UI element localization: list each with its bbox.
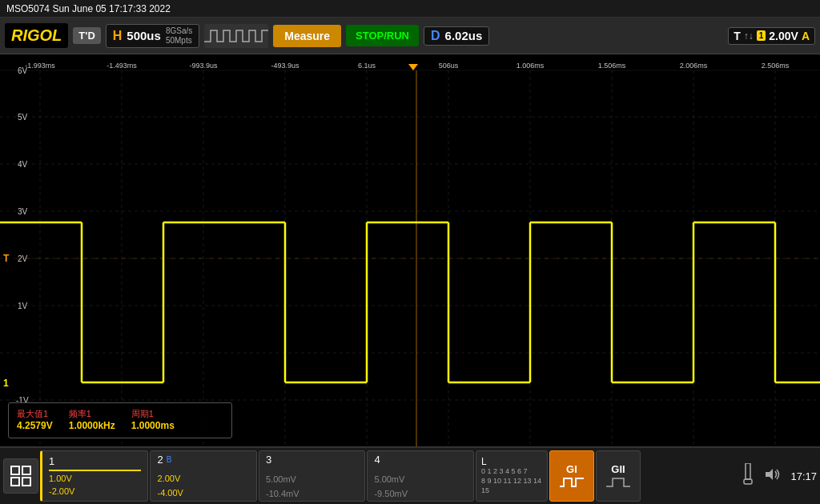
status-bar: MSO5074 Sun June 05 17:17:33 2022 <box>0 0 820 18</box>
arrows-icon: ↑↓ <box>744 30 754 42</box>
usb-icon <box>736 463 760 490</box>
gi-label: GI <box>566 463 577 475</box>
timebase-value: 500us <box>127 29 161 42</box>
ch3-value1: 5.00mV <box>266 474 296 484</box>
svg-text:5V: 5V <box>18 113 28 122</box>
l-label: L <box>481 456 487 467</box>
gi-waveform-icon <box>560 475 584 490</box>
channel-4-button[interactable]: 4 5.00mV -9.50mV <box>367 450 473 502</box>
delay-section[interactable]: D 6.02us <box>424 26 489 46</box>
svg-text:6.1us: 6.1us <box>358 62 376 70</box>
svg-rect-63 <box>22 466 30 474</box>
ch1-value1: 1.00V <box>49 474 72 483</box>
ch4-value2: -9.50mV <box>374 489 408 498</box>
svg-text:T: T <box>3 253 10 264</box>
volume-icon <box>762 467 786 485</box>
rigol-logo: RIGOL <box>5 23 68 48</box>
h-label: H <box>113 29 123 43</box>
datetime-label: Sun June 05 17:17:33 2022 <box>52 3 170 14</box>
ch1-indicator: 1 <box>757 30 766 41</box>
time-display: 17:17 <box>790 470 817 482</box>
grid-icon <box>10 465 32 487</box>
ch2-value2: -4.00V <box>157 488 183 498</box>
svg-text:1.506ms: 1.506ms <box>598 62 626 70</box>
svg-text:-1.493ms: -1.493ms <box>107 62 137 70</box>
svg-text:506us: 506us <box>439 62 459 70</box>
channel-1-button[interactable]: 1 1.00V -2.00V <box>40 450 148 502</box>
svg-rect-62 <box>11 466 19 474</box>
svg-text:-993.9us: -993.9us <box>189 62 218 70</box>
svg-text:2V: 2V <box>18 254 28 263</box>
ch3-number: 3 <box>266 454 271 466</box>
oscilloscope-display: T 1 6V 5V 4V 3V 2V 1V -1V -1.993ms -1.49… <box>0 54 820 446</box>
svg-text:-1.993ms: -1.993ms <box>25 62 55 70</box>
svg-text:2.506ms: 2.506ms <box>762 62 790 70</box>
measure-item-max: 最大值1 4.2579V <box>17 408 53 431</box>
measure-button[interactable]: Measure <box>273 25 341 47</box>
ch-a-label: A <box>802 30 810 42</box>
speaker-icon <box>765 467 782 482</box>
svg-text:1.006ms: 1.006ms <box>517 62 545 70</box>
measure-value-max: 4.2579V <box>17 420 53 431</box>
ch2-value1: 2.00V <box>157 474 180 483</box>
measure-label-period: 周期1 <box>131 408 175 420</box>
ch1-number: 1 <box>49 455 54 467</box>
measurement-row: 最大值1 4.2579V 频率1 1.0000kHz 周期1 1.0000ms <box>17 408 223 431</box>
ch2-number: 2 <box>157 454 163 466</box>
ch1-line-indicator <box>49 470 141 471</box>
svg-rect-67 <box>744 479 752 484</box>
stop-run-button[interactable]: STOP/RUN <box>346 25 419 46</box>
ch1-value2: -2.00V <box>49 486 74 496</box>
measure-value-freq: 1.0000kHz <box>69 420 115 431</box>
usb-connector-icon <box>741 463 755 486</box>
t-label: T <box>734 30 741 42</box>
waveform-svg: T 1 6V 5V 4V 3V 2V 1V -1V -1.993ms -1.49… <box>0 54 820 446</box>
logic-button[interactable]: L 0 1 2 3 4 5 6 7 8 9 10 11 12 13 14 15 <box>476 450 548 502</box>
l-numbers: 0 1 2 3 4 5 6 7 8 9 10 11 12 13 14 15 <box>481 467 542 495</box>
gii-button[interactable]: GII <box>596 450 641 502</box>
measure-label-max: 最大值1 <box>17 408 53 420</box>
d-label: D <box>431 29 440 43</box>
ch4-value1: 5.00mV <box>374 474 404 484</box>
svg-text:2.006ms: 2.006ms <box>680 62 708 70</box>
td-badge: T'D <box>73 27 100 44</box>
svg-text:1: 1 <box>3 378 9 389</box>
svg-text:3V: 3V <box>18 207 28 216</box>
measurement-panel: 最大值1 4.2579V 频率1 1.0000kHz 周期1 1.0000ms <box>8 402 232 438</box>
svg-marker-68 <box>766 469 773 480</box>
measure-label-freq: 频率1 <box>69 408 115 420</box>
gi-button[interactable]: GI <box>549 450 594 502</box>
measure-item-freq: 频率1 1.0000kHz <box>69 408 115 431</box>
svg-rect-65 <box>22 478 30 486</box>
svg-text:4V: 4V <box>18 160 28 169</box>
svg-rect-64 <box>11 478 19 486</box>
ch2-b-label: B <box>167 455 172 464</box>
delay-value: 6.02us <box>445 29 483 42</box>
trigger-section[interactable]: T ↑↓ 1 2.00V A <box>728 27 815 45</box>
sample-info: 8GSa/s 50Mpts <box>166 26 192 46</box>
trigger-level-value: 2.00V <box>769 30 798 42</box>
svg-rect-66 <box>746 463 750 479</box>
measure-item-period: 周期1 1.0000ms <box>131 408 175 431</box>
model-label: MSO5074 <box>6 3 50 14</box>
wave-decoration-icon <box>204 24 268 48</box>
channel-2-button[interactable]: 2 B 2.00V -4.00V <box>150 450 256 502</box>
svg-text:1V: 1V <box>18 302 28 310</box>
gii-waveform-icon <box>606 475 630 490</box>
svg-text:-493.9us: -493.9us <box>271 62 299 70</box>
measure-value-period: 1.0000ms <box>131 420 175 431</box>
bottom-toolbar: 1 1.00V -2.00V 2 B 2.00V -4.00V 3 5.00mV <box>0 446 820 504</box>
gii-label: GII <box>611 463 625 475</box>
grid-menu-button[interactable] <box>3 458 38 494</box>
svg-rect-1 <box>0 54 820 446</box>
channel-3-button[interactable]: 3 5.00mV -10.4mV <box>259 450 365 502</box>
ch3-value2: -10.4mV <box>266 489 299 498</box>
header-toolbar: RIGOL T'D H 500us 8GSa/s 50Mpts Measure … <box>0 18 820 54</box>
ch4-number: 4 <box>374 454 380 466</box>
timebase-section[interactable]: H 500us 8GSa/s 50Mpts <box>106 24 199 48</box>
